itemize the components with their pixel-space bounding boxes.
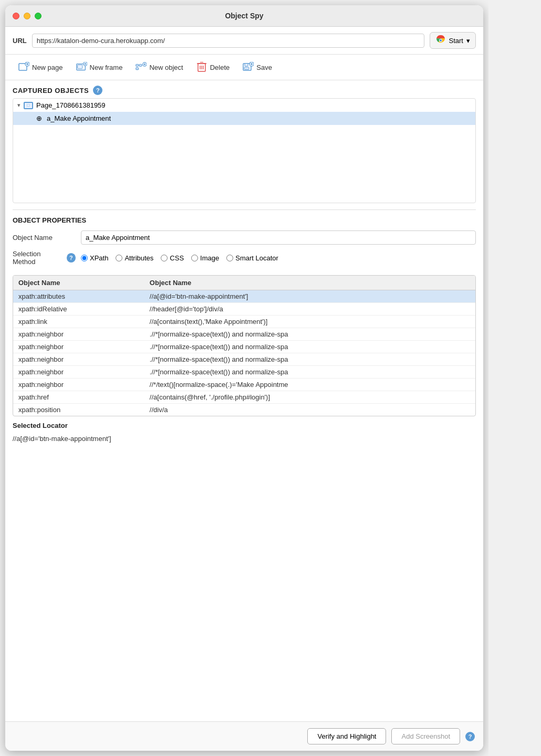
add-screenshot-button[interactable]: Add Screenshot bbox=[391, 728, 460, 744]
new-page-button[interactable]: New page bbox=[13, 59, 68, 76]
table-row[interactable]: xpath:neighbor.//*[normalize-space(text(… bbox=[13, 366, 475, 379]
radio-image-input[interactable] bbox=[191, 255, 198, 261]
content-area: URL Start ▾ bbox=[5, 27, 483, 721]
col2-header: Object Name bbox=[144, 276, 475, 290]
bottom-help-icon[interactable]: ? bbox=[465, 732, 475, 741]
object-name-row: Object Name bbox=[13, 230, 476, 245]
table-row[interactable]: xpath:attributes//a[@id='btn-make-appoin… bbox=[13, 290, 475, 303]
table-cell-key: xpath:position bbox=[13, 404, 144, 416]
url-bar: URL Start ▾ bbox=[5, 27, 483, 55]
table-cell-key: xpath:neighbor bbox=[13, 341, 144, 353]
radio-css[interactable]: CSS bbox=[161, 254, 184, 262]
delete-icon bbox=[196, 61, 207, 73]
svg-rect-12 bbox=[136, 65, 139, 67]
table-row[interactable]: xpath:idRelative//header[@id='top']/div/… bbox=[13, 303, 475, 316]
object-properties: OBJECT PROPERTIES Object Name Selection … bbox=[5, 216, 483, 271]
new-page-icon bbox=[18, 61, 29, 73]
new-frame-button[interactable]: New frame bbox=[70, 59, 128, 76]
selected-locator: Selected Locator //a[@id='btn-make-appoi… bbox=[5, 416, 483, 448]
radio-image[interactable]: Image bbox=[191, 254, 219, 262]
save-button[interactable]: Save bbox=[237, 59, 277, 76]
table-row[interactable]: xpath:href//a[contains(@href, './profile… bbox=[13, 391, 475, 404]
table-cell-key: xpath:neighbor bbox=[13, 366, 144, 379]
start-chevron-icon: ▾ bbox=[466, 37, 470, 45]
radio-css-label: CSS bbox=[170, 254, 184, 262]
window-title: Object Spy bbox=[225, 12, 263, 20]
page-icon: □ bbox=[24, 102, 33, 109]
svg-rect-26 bbox=[244, 67, 249, 69]
selected-locator-title: Selected Locator bbox=[13, 422, 476, 429]
minimize-button[interactable] bbox=[24, 13, 30, 19]
child-node-label: a_Make Appointment bbox=[47, 114, 111, 122]
svg-rect-14 bbox=[136, 68, 139, 70]
title-bar: Object Spy bbox=[5, 5, 483, 27]
object-name-input[interactable] bbox=[81, 230, 476, 245]
radio-attributes-label: Attributes bbox=[124, 254, 153, 262]
radio-xpath-input[interactable] bbox=[81, 255, 88, 261]
table-row[interactable]: xpath:neighbor.//*[normalize-space(text(… bbox=[13, 353, 475, 366]
toolbar: New page New frame bbox=[5, 55, 483, 80]
tree-page-row[interactable]: ▾ □ Page_1708661381959 bbox=[13, 99, 475, 112]
table-row[interactable]: xpath:neighbor.//*[normalize-space(text(… bbox=[13, 328, 475, 341]
selection-method-radio-group: XPath Attributes CSS Image bbox=[81, 254, 278, 262]
table-row[interactable]: xpath:position//div/a bbox=[13, 404, 475, 416]
new-object-icon bbox=[135, 61, 147, 73]
table-row[interactable]: xpath:link//a[contains(text(),'Make Appo… bbox=[13, 316, 475, 328]
table-cell-key: xpath:attributes bbox=[13, 290, 144, 303]
radio-attributes-input[interactable] bbox=[116, 255, 122, 261]
url-input[interactable] bbox=[32, 34, 424, 48]
traffic-lights bbox=[13, 13, 41, 19]
selection-method-help-icon[interactable]: ? bbox=[67, 253, 76, 262]
url-label: URL bbox=[13, 37, 27, 45]
new-object-label: New object bbox=[149, 64, 183, 71]
table-cell-value: //header[@id='top']/div/a bbox=[144, 303, 475, 316]
start-button[interactable]: Start ▾ bbox=[430, 32, 476, 49]
object-tree[interactable]: ▾ □ Page_1708661381959 ⊕ a_Make Appointm… bbox=[13, 98, 476, 203]
verify-highlight-button[interactable]: Verify and Highlight bbox=[307, 728, 386, 744]
main-window: Object Spy URL Start ▾ bbox=[5, 5, 483, 751]
table-cell-value: //div/a bbox=[144, 404, 475, 416]
radio-xpath[interactable]: XPath bbox=[81, 254, 108, 262]
table-row[interactable]: xpath:neighbor//*/text()[normalize-space… bbox=[13, 379, 475, 391]
selection-method-row: Selection Method ? XPath Attributes CSS bbox=[13, 250, 476, 266]
table-cell-key: xpath:neighbor bbox=[13, 328, 144, 341]
table-row[interactable]: xpath:neighbor.//*[normalize-space(text(… bbox=[13, 341, 475, 353]
xpath-table[interactable]: Object Name Object Name xpath:attributes… bbox=[13, 275, 476, 416]
radio-image-label: Image bbox=[200, 254, 219, 262]
new-page-label: New page bbox=[32, 64, 63, 71]
svg-point-2 bbox=[439, 39, 441, 41]
new-frame-label: New frame bbox=[90, 64, 123, 71]
captured-objects-header: CAPTURED OBJECTS ? bbox=[5, 80, 483, 98]
table-cell-value: .//*[normalize-space(text()) and normali… bbox=[144, 328, 475, 341]
chrome-icon bbox=[435, 35, 446, 46]
close-button[interactable] bbox=[13, 13, 19, 19]
tree-child-row[interactable]: ⊕ a_Make Appointment bbox=[13, 112, 475, 125]
new-object-button[interactable]: New object bbox=[130, 59, 188, 76]
table-cell-value: //a[contains(text(),'Make Appointment')] bbox=[144, 316, 475, 328]
svg-rect-13 bbox=[140, 65, 142, 67]
table-cell-value: //a[@id='btn-make-appointment'] bbox=[144, 290, 475, 303]
table-cell-key: xpath:idRelative bbox=[13, 303, 144, 316]
svg-rect-8 bbox=[77, 65, 82, 68]
radio-smart-locator-input[interactable] bbox=[226, 255, 233, 261]
page-node-label: Page_1708661381959 bbox=[36, 101, 106, 109]
radio-attributes[interactable]: Attributes bbox=[116, 254, 153, 262]
radio-css-input[interactable] bbox=[161, 255, 168, 261]
table-cell-value: //a[contains(@href, './profile.php#login… bbox=[144, 391, 475, 404]
save-icon bbox=[242, 61, 254, 73]
link-icon: ⊕ bbox=[34, 115, 44, 122]
selected-locator-value: //a[@id='btn-make-appointment'] bbox=[13, 433, 476, 445]
maximize-button[interactable] bbox=[35, 13, 41, 19]
captured-objects-help-icon[interactable]: ? bbox=[93, 86, 102, 95]
table-cell-value: .//*[normalize-space(text()) and normali… bbox=[144, 366, 475, 379]
table-cell-key: xpath:neighbor bbox=[13, 379, 144, 391]
table-cell-value: .//*[normalize-space(text()) and normali… bbox=[144, 341, 475, 353]
object-name-label: Object Name bbox=[13, 234, 76, 242]
svg-rect-25 bbox=[245, 64, 248, 66]
table-cell-value: //*/text()[normalize-space(.)='Make Appo… bbox=[144, 379, 475, 391]
radio-smart-locator[interactable]: Smart Locator bbox=[226, 254, 278, 262]
bottom-bar: Verify and Highlight Add Screenshot ? bbox=[5, 721, 483, 751]
section-divider bbox=[13, 209, 476, 210]
table: Object Name Object Name xpath:attributes… bbox=[13, 276, 475, 416]
delete-button[interactable]: Delete bbox=[191, 59, 235, 76]
